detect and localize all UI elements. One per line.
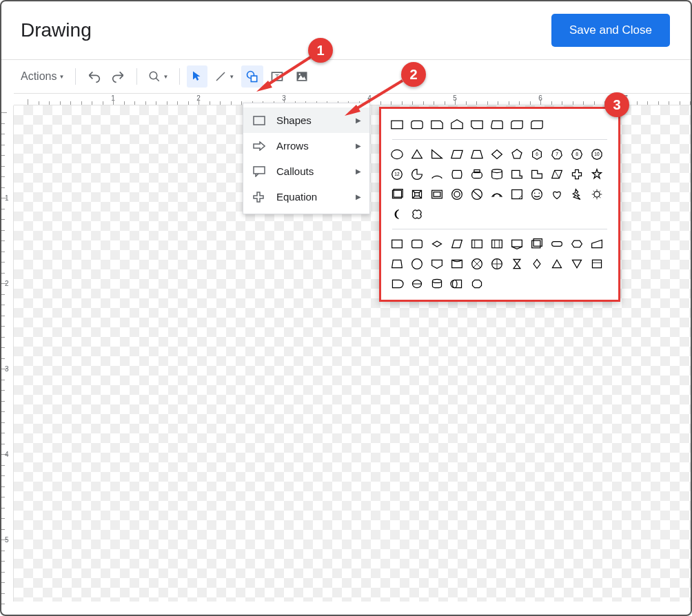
shape-option[interactable]: [409, 147, 425, 162]
separator: [179, 68, 180, 85]
shape-option[interactable]: [469, 167, 485, 182]
shape-option[interactable]: [489, 256, 505, 271]
shape-option[interactable]: [509, 117, 525, 132]
shape-option[interactable]: [569, 256, 584, 271]
shape-option[interactable]: [469, 256, 485, 271]
shape-option[interactable]: [449, 187, 465, 202]
shape-option[interactable]: [449, 167, 465, 182]
shape-option[interactable]: [469, 236, 485, 251]
shape-option[interactable]: [489, 236, 505, 251]
shape-option[interactable]: [529, 117, 545, 132]
menu-label: Arrows: [276, 140, 309, 152]
shape-option[interactable]: [389, 236, 405, 251]
shape-option[interactable]: [429, 236, 445, 251]
shape-option[interactable]: [589, 187, 604, 202]
shape-option[interactable]: [489, 187, 505, 202]
zoom-button[interactable]: ▼: [144, 65, 172, 88]
menu-item-callouts[interactable]: Callouts ▶: [243, 158, 369, 184]
shape-option[interactable]: [429, 256, 445, 271]
shape-option[interactable]: [509, 256, 525, 271]
svg-rect-32: [474, 170, 480, 172]
shape-option[interactable]: [529, 236, 545, 251]
svg-line-55: [593, 191, 595, 192]
shape-option[interactable]: [409, 236, 425, 251]
shape-option[interactable]: [449, 276, 465, 291]
svg-point-33: [492, 170, 502, 173]
shape-option[interactable]: [429, 167, 445, 182]
svg-point-41: [454, 192, 460, 197]
shape-option[interactable]: 10: [589, 147, 604, 162]
shape-option[interactable]: [409, 256, 425, 271]
shape-option[interactable]: [509, 236, 525, 251]
svg-marker-82: [552, 260, 561, 267]
shape-option[interactable]: 8: [569, 147, 584, 162]
svg-rect-39: [434, 192, 440, 197]
save-and-close-button[interactable]: Save and Close: [551, 14, 670, 47]
shape-option[interactable]: [469, 147, 485, 162]
menu-item-equation[interactable]: Equation ▶: [243, 184, 369, 209]
shape-option[interactable]: [429, 276, 445, 291]
shape-option[interactable]: [409, 117, 425, 132]
svg-line-1: [156, 78, 160, 81]
shape-option[interactable]: [409, 167, 425, 182]
redo-button[interactable]: [108, 65, 130, 88]
svg-marker-17: [451, 150, 462, 158]
shape-option[interactable]: [509, 187, 525, 202]
svg-marker-20: [512, 150, 522, 158]
shape-option[interactable]: [449, 236, 465, 251]
shape-option[interactable]: [589, 236, 604, 251]
shape-option[interactable]: 12: [389, 167, 405, 182]
shape-option[interactable]: [529, 187, 545, 202]
shape-option[interactable]: [469, 187, 485, 202]
svg-marker-19: [492, 150, 502, 158]
line-tool-button[interactable]: ▼: [210, 65, 238, 88]
shape-option[interactable]: [569, 167, 584, 182]
shape-option[interactable]: 6: [529, 147, 545, 162]
shape-option[interactable]: [569, 236, 584, 251]
shape-option[interactable]: [569, 187, 584, 202]
menu-item-arrows[interactable]: Arrows ▶: [243, 133, 369, 158]
shape-option[interactable]: [489, 117, 505, 132]
shape-option[interactable]: [589, 256, 604, 271]
shape-option[interactable]: [469, 117, 485, 132]
shape-option[interactable]: [489, 147, 505, 162]
shape-option[interactable]: [449, 256, 465, 271]
shape-option[interactable]: [389, 276, 405, 291]
shape-option[interactable]: [429, 187, 445, 202]
shape-option[interactable]: [389, 207, 405, 222]
shape-option[interactable]: [549, 236, 564, 251]
shape-group-2: 6781012: [389, 147, 610, 222]
shape-option[interactable]: [429, 117, 445, 132]
shape-option[interactable]: [409, 276, 425, 291]
shape-option[interactable]: [549, 167, 564, 182]
shape-option[interactable]: [389, 147, 405, 162]
svg-line-34: [555, 170, 560, 178]
undo-button[interactable]: [83, 65, 105, 88]
shape-option[interactable]: [389, 256, 405, 271]
shape-option[interactable]: [429, 147, 445, 162]
svg-marker-73: [392, 260, 403, 267]
shape-option[interactable]: [509, 147, 525, 162]
shape-option[interactable]: [409, 207, 425, 222]
annotation-callout-1: 1: [308, 38, 333, 63]
shape-option[interactable]: [589, 167, 604, 182]
shape-option[interactable]: [529, 167, 545, 182]
shape-option[interactable]: [549, 256, 564, 271]
arrow-icon: [253, 141, 268, 151]
shape-option[interactable]: [489, 167, 505, 182]
shape-option[interactable]: [469, 276, 485, 291]
svg-line-51: [599, 196, 600, 198]
menu-label: Equation: [276, 191, 317, 203]
shape-option[interactable]: 7: [549, 147, 564, 162]
svg-line-2: [216, 72, 225, 81]
separator: [75, 68, 76, 85]
shape-option[interactable]: [529, 256, 545, 271]
shape-option[interactable]: [449, 147, 465, 162]
shape-option[interactable]: [449, 117, 465, 132]
actions-menu-button[interactable]: Actions ▼: [17, 65, 68, 88]
shape-option[interactable]: [549, 187, 564, 202]
shape-option[interactable]: [509, 167, 525, 182]
shape-option[interactable]: [389, 187, 405, 202]
select-tool-button[interactable]: [187, 65, 207, 88]
shape-option[interactable]: [409, 187, 425, 202]
